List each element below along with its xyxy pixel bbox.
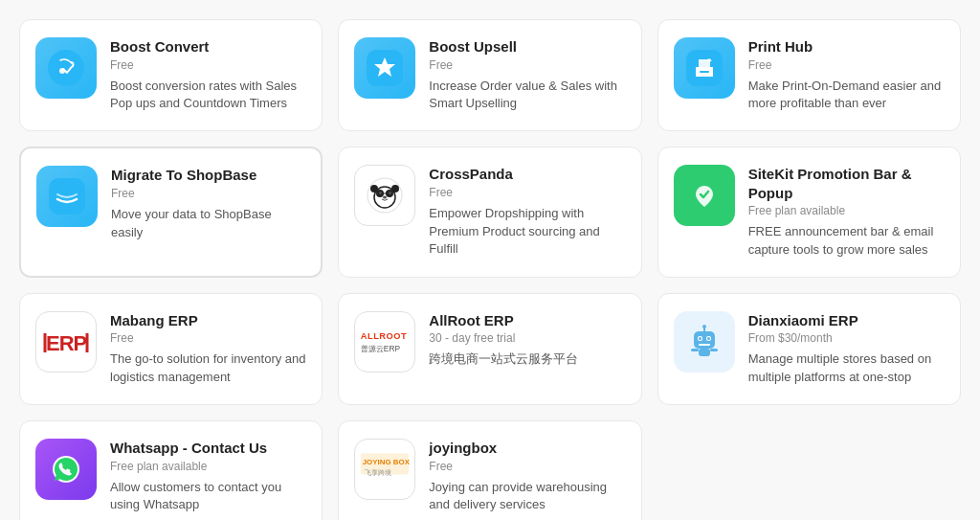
app-icon-crosspanda <box>354 165 415 226</box>
app-name-crosspanda: CrossPanda <box>429 165 625 184</box>
app-icon-allroot: ALLROOT 普源云ERP <box>354 311 415 373</box>
app-price-crosspanda: Free <box>429 186 625 199</box>
app-card-crosspanda[interactable]: CrossPanda Free Empower Dropshipping wit… <box>338 147 641 278</box>
app-card-allroot[interactable]: ALLROOT 普源云ERP AllRoot ERP 30 - day free… <box>338 293 641 405</box>
app-icon-sitekit <box>674 165 735 226</box>
app-name-allroot: AllRoot ERP <box>429 311 625 330</box>
svg-point-32 <box>702 325 706 328</box>
svg-text:飞享跨境: 飞享跨境 <box>365 469 391 476</box>
app-info-boost-convert: Boost Convert Free Boost conversion rate… <box>110 37 306 113</box>
app-card-joyingbox[interactable]: JOYING BOX 飞享跨境 joyingbox Free Joying ca… <box>338 420 641 520</box>
app-icon-whatsapp <box>35 439 97 500</box>
app-info-sitekit: SiteKit Promotion Bar & Popup Free plan … <box>748 165 945 260</box>
app-desc-joyingbox: Joying can provide warehousing and deliv… <box>429 479 625 515</box>
app-info-allroot: AllRoot ERP 30 - day free trial 跨境电商一站式云… <box>429 311 625 369</box>
app-desc-dianxiaomi: Manage multiple stores based on multiple… <box>748 350 945 387</box>
app-info-migrate: Migrate To ShopBase Free Move your data … <box>111 166 305 241</box>
svg-text:普源云ERP: 普源云ERP <box>361 344 401 353</box>
app-price-migrate: Free <box>111 187 305 200</box>
app-price-joyingbox: Free <box>429 460 625 473</box>
app-desc-boost-convert: Boost conversion rates with Sales Pop up… <box>110 78 306 114</box>
app-grid: Boost Convert Free Boost conversion rate… <box>19 19 961 520</box>
app-card-migrate[interactable]: Migrate To ShopBase Free Move your data … <box>19 147 323 278</box>
svg-point-17 <box>370 185 378 192</box>
app-info-crosspanda: CrossPanda Free Empower Dropshipping wit… <box>429 165 625 259</box>
app-icon-joyingbox: JOYING BOX 飞享跨境 <box>354 439 415 500</box>
app-price-sitekit: Free plan available <box>748 204 945 217</box>
svg-rect-14 <box>377 192 383 195</box>
app-icon-mabang: ERP <box>35 311 97 373</box>
svg-text:ALLROOT: ALLROOT <box>361 331 407 341</box>
app-card-mabang[interactable]: ERP Mabang ERP Free The go-to solution f… <box>19 293 323 405</box>
app-name-boost-upsell: Boost Upsell <box>429 37 625 57</box>
app-info-joyingbox: joyingbox Free Joying can provide wareho… <box>429 439 625 514</box>
svg-point-18 <box>391 185 399 192</box>
app-card-boost-upsell[interactable]: Boost Upsell Free Increase Order value &… <box>338 19 641 131</box>
app-price-whatsapp: Free plan available <box>110 460 306 473</box>
app-price-dianxiaomi: From $30/month <box>748 331 945 345</box>
app-price-boost-upsell: Free <box>429 58 625 72</box>
app-card-dianxiaomi[interactable]: Dianxiaomi ERP From $30/month Manage mul… <box>657 293 961 405</box>
app-name-sitekit: SiteKit Promotion Bar & Popup <box>748 165 945 202</box>
app-desc-allroot: 跨境电商一站式云服务平台 <box>429 350 625 369</box>
app-desc-migrate: Move your data to ShopBase easily <box>111 206 305 242</box>
app-desc-crosspanda: Empower Dropshipping with Premium Produc… <box>429 205 625 260</box>
app-desc-print-hub: Make Print-On-Demand easier and more pro… <box>748 78 945 114</box>
app-info-whatsapp: Whatsapp - Contact Us Free plan availabl… <box>110 439 306 514</box>
app-card-print-hub[interactable]: Print Hub Free Make Print-On-Demand easi… <box>657 19 961 131</box>
svg-point-0 <box>48 50 84 86</box>
app-info-dianxiaomi: Dianxiaomi ERP From $30/month Manage mul… <box>748 311 945 387</box>
app-price-allroot: 30 - day free trial <box>429 331 625 345</box>
svg-rect-5 <box>700 71 709 73</box>
app-desc-mabang: The go-to solution for inventory and log… <box>110 350 306 387</box>
svg-point-28 <box>699 337 702 340</box>
app-name-mabang: Mabang ERP <box>110 311 306 330</box>
app-desc-boost-upsell: Increase Order value & Sales with Smart … <box>429 78 625 114</box>
svg-rect-35 <box>710 349 718 351</box>
app-price-boost-convert: Free <box>110 58 306 72</box>
app-name-whatsapp: Whatsapp - Contact Us <box>110 439 306 458</box>
app-price-mabang: Free <box>110 331 306 345</box>
svg-rect-25 <box>694 331 715 349</box>
app-icon-boost-upsell <box>354 37 415 99</box>
svg-rect-15 <box>387 192 392 195</box>
app-info-print-hub: Print Hub Free Make Print-On-Demand easi… <box>748 37 945 113</box>
svg-point-1 <box>59 68 65 74</box>
app-card-sitekit[interactable]: SiteKit Promotion Bar & Popup Free plan … <box>657 147 961 278</box>
svg-rect-33 <box>699 349 710 356</box>
app-info-mabang: Mabang ERP Free The go-to solution for i… <box>110 311 306 387</box>
app-name-boost-convert: Boost Convert <box>110 37 306 57</box>
app-card-boost-convert[interactable]: Boost Convert Free Boost conversion rate… <box>19 19 323 131</box>
app-name-dianxiaomi: Dianxiaomi ERP <box>748 311 945 330</box>
svg-rect-30 <box>699 344 710 346</box>
app-icon-migrate <box>36 166 98 227</box>
app-info-boost-upsell: Boost Upsell Free Increase Order value &… <box>429 37 625 113</box>
app-icon-print-hub <box>674 37 735 99</box>
app-icon-dianxiaomi <box>674 311 735 373</box>
app-icon-boost-convert <box>35 37 97 99</box>
svg-point-13 <box>383 196 387 199</box>
svg-text:ERP: ERP <box>46 331 87 355</box>
svg-point-29 <box>707 337 710 340</box>
app-desc-sitekit: FREE announcement bar & email capture to… <box>748 223 945 260</box>
svg-rect-34 <box>691 349 699 351</box>
app-price-print-hub: Free <box>748 58 945 72</box>
svg-text:JOYING BOX: JOYING BOX <box>363 458 411 466</box>
app-name-migrate: Migrate To ShopBase <box>111 166 305 185</box>
app-desc-whatsapp: Allow customers to contact you using Wha… <box>110 479 306 515</box>
app-card-whatsapp[interactable]: Whatsapp - Contact Us Free plan availabl… <box>19 420 323 520</box>
app-name-joyingbox: joyingbox <box>429 439 625 458</box>
app-name-print-hub: Print Hub <box>748 37 945 57</box>
